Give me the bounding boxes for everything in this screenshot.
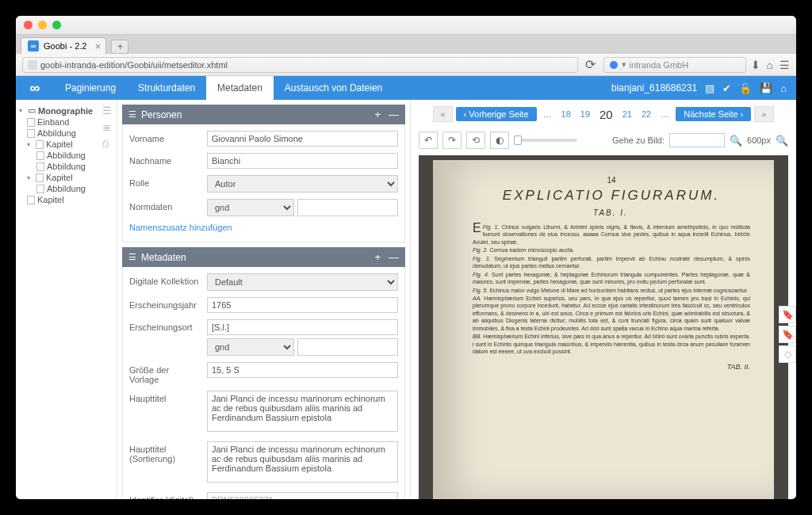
browser-search[interactable]: ▾ intranda GmbH — [603, 57, 746, 73]
save-icon[interactable]: 💾 — [760, 82, 772, 94]
topnav-metadaten[interactable]: Metadaten — [206, 76, 274, 100]
panel-personen-header[interactable]: ☰ Personen + — — [122, 105, 405, 124]
rolle-select[interactable]: Autor — [207, 175, 398, 193]
tree-node[interactable]: ▾▭ Monographie — [19, 105, 113, 116]
google-icon — [609, 60, 619, 70]
goto-label: Gehe zu Bild: — [612, 135, 665, 145]
tree-node[interactable]: Abbildung — [19, 128, 113, 139]
contrast-icon[interactable]: ◐ — [490, 132, 509, 149]
nachname-input[interactable] — [207, 153, 398, 169]
zoom-icon[interactable]: 🔍 — [776, 135, 788, 147]
url-input[interactable]: goobi-intranda-edition/Goobi/uii/metsedi… — [22, 57, 578, 73]
tree-node[interactable]: Abbildung — [19, 161, 113, 172]
add-namenszusatz-link[interactable]: Namenszusatz hinzufügen — [129, 219, 398, 235]
label: Digitale Kollektion — [129, 273, 201, 286]
topnav-strukturdaten[interactable]: Strukturdaten — [127, 76, 206, 100]
topnav-paginierung[interactable]: Paginierung — [54, 76, 127, 100]
image-icon[interactable]: ▧ — [705, 82, 714, 94]
maximize-window[interactable] — [52, 21, 61, 29]
scan-heading: EXPLICATIO FIGURARUM. — [473, 188, 750, 204]
tree-node[interactable]: Abbildung — [19, 150, 113, 161]
search-icon[interactable]: 🔍 — [730, 135, 742, 147]
tree-menu-icon[interactable]: ☰ — [102, 105, 112, 116]
tree-list-icon[interactable]: ≣ — [102, 121, 112, 133]
prev-page-button[interactable]: ‹ Vorherige Seite — [456, 107, 537, 121]
new-tab-button[interactable]: + — [111, 40, 128, 54]
tree-node[interactable]: Kapitel — [19, 194, 113, 205]
download-icon[interactable]: ⬇ — [751, 59, 760, 71]
scan-viewport[interactable]: 14 EXPLICATIO FIGURARUM. TAB. I. Fig. 1.… — [419, 155, 788, 499]
tree-node[interactable]: ▾ Kapitel — [19, 172, 113, 183]
pager-dots: … — [540, 109, 555, 119]
ort-db-select[interactable]: gnd — [207, 338, 294, 356]
rotate-left-icon[interactable]: ↶ — [419, 132, 438, 149]
hauptsort-textarea[interactable]: Jani Planci de incessu marinorum echinor… — [207, 441, 398, 483]
page-link[interactable]: 22 — [638, 109, 654, 119]
jahr-input[interactable] — [207, 297, 398, 313]
svg-point-0 — [610, 61, 618, 69]
last-page-button[interactable]: » — [754, 106, 773, 122]
next-page-button[interactable]: Nächste Seite › — [676, 107, 751, 121]
label: Haupttitel — [129, 391, 201, 403]
undo-icon[interactable]: ⟲ — [466, 132, 485, 149]
tree-node[interactable]: ▾ Kapitel — [19, 139, 113, 150]
panel-title: Personen — [141, 109, 182, 120]
vorname-input[interactable] — [207, 131, 398, 147]
viewer-toolbar: ↶ ↷ ⟲ ◐ Gehe zu Bild: 🔍 600px 🔍 — [411, 128, 796, 152]
close-tab-icon[interactable]: × — [95, 40, 102, 52]
scanned-page: 14 EXPLICATIO FIGURARUM. TAB. I. Fig. 1.… — [433, 160, 774, 499]
label: Nachname — [129, 153, 201, 166]
panel-metadaten-header[interactable]: ☰ Metadaten + — — [122, 247, 405, 267]
zoom-slider[interactable] — [514, 139, 577, 142]
add-icon[interactable]: + — [374, 251, 381, 263]
goto-input[interactable] — [669, 133, 725, 147]
structure-tree: ☰ ≣ ⎙ ▾▭ Monographie Einband Abbildung ▾… — [16, 100, 117, 499]
label: Vorname — [129, 131, 201, 143]
minimize-window[interactable] — [38, 21, 47, 29]
url-bar: goobi-intranda-edition/Goobi/uii/metsedi… — [16, 54, 796, 76]
browser-tabbar: ∞ Goobi - 2.2 × + — [16, 35, 796, 54]
collapse-icon[interactable]: — — [389, 251, 399, 263]
home-icon[interactable]: ⌂ — [767, 59, 773, 71]
home-nav-icon[interactable]: ⌂ — [780, 82, 787, 94]
rotate-right-icon[interactable]: ↷ — [442, 132, 462, 149]
tree-node[interactable]: Einband — [19, 116, 113, 128]
reload-icon[interactable]: ⟳ — [583, 57, 599, 72]
page-link[interactable]: 19 — [577, 109, 593, 119]
pager: « ‹ Vorherige Seite … 18 19 20 21 22 … N… — [411, 100, 796, 128]
bookmark-icon[interactable]: 🔖 — [779, 326, 796, 343]
collapse-icon[interactable]: — — [389, 109, 399, 120]
favicon: ∞ — [28, 40, 39, 52]
app-logo[interactable]: ∞ — [16, 76, 54, 100]
browser-tab[interactable]: ∞ Goobi - 2.2 × — [21, 37, 106, 54]
label: Erscheinungsjahr — [129, 297, 201, 310]
add-icon[interactable]: + — [374, 109, 381, 120]
window-titlebar — [16, 16, 796, 35]
drag-icon: ☰ — [128, 109, 136, 120]
groesse-input[interactable] — [207, 362, 398, 378]
menu-icon[interactable]: ☰ — [779, 59, 790, 71]
kollektion-select[interactable]: Default — [207, 273, 398, 291]
tab-title: Goobi - 2.2 — [44, 41, 86, 51]
haupttitel-textarea[interactable]: Jani Planci de incessu marinorum echinor… — [207, 391, 398, 432]
label: Haupttitel (Sortierung) — [129, 441, 201, 464]
tree-print-icon[interactable]: ⎙ — [102, 138, 112, 150]
label: Größe der Vorlage — [129, 362, 201, 384]
unlock-icon[interactable]: 🔓 — [739, 82, 752, 94]
user-label: bianjani_618686231 — [611, 82, 697, 93]
topnav-austausch von dateien[interactable]: Austausch von Dateien — [274, 76, 393, 100]
ort-input[interactable] — [207, 319, 398, 335]
page-link[interactable]: 18 — [558, 109, 574, 119]
ort-db-input[interactable] — [297, 338, 398, 356]
normdaten-db-select[interactable]: gnd — [207, 199, 294, 216]
validate-icon[interactable]: ✔ — [722, 82, 731, 94]
page-link[interactable]: 21 — [619, 109, 635, 119]
tree-node[interactable]: Abbildung — [19, 183, 113, 194]
first-page-button[interactable]: « — [433, 106, 452, 122]
bookmark-icon[interactable]: 🔖 — [779, 306, 796, 323]
close-window[interactable] — [24, 21, 33, 29]
label: Identifier (digital) — [129, 492, 201, 499]
normdaten-input[interactable] — [297, 199, 398, 216]
current-page: 20 — [596, 108, 616, 121]
bookmark-empty-icon[interactable]: ◇ — [779, 345, 796, 363]
